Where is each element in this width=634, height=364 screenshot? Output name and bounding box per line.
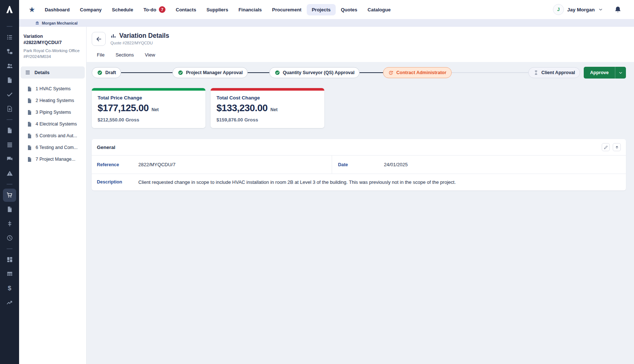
nav-quotes[interactable]: Quotes <box>336 4 362 15</box>
workflow-step-project-manager-approval[interactable]: Project Manager Approval <box>172 67 248 78</box>
date-label: Date <box>332 162 384 167</box>
summary-cards: Total Price Change $177,125.00 Net $212,… <box>92 88 626 128</box>
panel-item-section-2[interactable]: 2 Heating Systems <box>19 95 86 106</box>
nav-financials[interactable]: Financials <box>233 4 267 15</box>
panel-item-section-1[interactable]: 1 HVAC Systems <box>19 83 86 95</box>
section-label: 2 Heating Systems <box>36 98 74 103</box>
invoice-icon[interactable] <box>3 203 16 216</box>
rows-icon[interactable] <box>3 138 16 152</box>
step-label: Contract Administrator <box>396 70 446 75</box>
user-menu[interactable]: J Jay Morgan <box>553 4 603 15</box>
nav-catalogue[interactable]: Catalogue <box>362 4 396 15</box>
variation-subtitle: Park Royal Co-Working Office #P/2024/M03… <box>23 48 82 60</box>
warning-icon[interactable] <box>3 167 16 180</box>
breadcrumb[interactable]: Morgan Mechanical <box>19 19 634 27</box>
nav-todo-label: To-do <box>143 7 156 12</box>
user-name: Jay Morgan <box>567 7 595 12</box>
main-content: Variation Details Quote #2822/MYQCDU Fil… <box>87 27 634 364</box>
step-label: Quantity Surveyor (QS) Approval <box>283 70 354 75</box>
step-label: Client Approval <box>541 70 575 75</box>
total-cost-change-card: Total Cost Change $133,230.00 Net $159,8… <box>211 88 324 128</box>
collapse-button[interactable] <box>613 143 621 151</box>
workflow-step-client-approval[interactable]: Client Approval <box>528 67 580 78</box>
panel-item-section-7[interactable]: 7 Project Manage... <box>19 153 86 165</box>
icon-sidebar: $ <box>0 19 19 364</box>
todo-badge: 7 <box>159 6 165 13</box>
chat-icon[interactable] <box>3 153 16 166</box>
menu-sections[interactable]: Sections <box>116 52 134 58</box>
app-logo[interactable] <box>0 0 19 19</box>
workflow-step-draft[interactable]: Draft <box>92 67 121 78</box>
net-suffix: Net <box>152 107 158 112</box>
dollar-icon[interactable]: $ <box>3 282 16 295</box>
menu-view[interactable]: View <box>145 52 155 58</box>
hierarchy-icon[interactable] <box>3 45 16 58</box>
workflow-step-contract-administrator[interactable]: Contract Administrator <box>383 67 451 78</box>
section-label: 6 Testing and Com... <box>36 145 77 150</box>
check-circle-icon <box>97 70 103 76</box>
nav-procurement[interactable]: Procurement <box>267 4 306 15</box>
list-icon[interactable] <box>3 31 16 44</box>
page-title: Variation Details <box>119 32 169 40</box>
arrow-up-icon <box>615 145 619 150</box>
menu-file[interactable]: File <box>97 52 105 58</box>
approve-dropdown-button[interactable] <box>615 67 626 79</box>
nav-company[interactable]: Company <box>75 4 107 15</box>
approve-button[interactable]: Approve <box>584 67 615 79</box>
panel-item-section-3[interactable]: 3 Piping Systems <box>19 106 86 118</box>
section-label: 4 Electrical Systems <box>36 121 77 127</box>
general-row: Description Client requested change in s… <box>92 174 626 190</box>
favorites-star-icon[interactable]: ★ <box>29 6 35 13</box>
panel-item-details[interactable]: Details <box>21 66 85 79</box>
page-icon <box>27 86 32 92</box>
page-icon <box>27 145 32 150</box>
section-label: 1 HVAC Systems <box>36 86 71 91</box>
section-label: 5 Controls and Aut... <box>36 133 77 138</box>
trend-chart-icon[interactable] <box>3 296 16 309</box>
nav-schedule[interactable]: Schedule <box>107 4 138 15</box>
dashboard-grid-icon[interactable] <box>3 253 16 266</box>
general-row: Reference 2822/MYQCDU/7 Date 24/01/2025 <box>92 155 626 174</box>
card-accent-bar <box>92 88 205 91</box>
arrow-left-icon <box>95 36 102 43</box>
total-price-change-card: Total Price Change $177,125.00 Net $212,… <box>92 88 205 128</box>
nav-projects[interactable]: Projects <box>307 4 336 15</box>
file-export-icon[interactable] <box>3 102 16 116</box>
users-icon[interactable] <box>3 59 16 73</box>
notifications-bell-icon[interactable] <box>614 6 622 13</box>
tasks-check-icon[interactable] <box>3 88 16 101</box>
sidebar-divider <box>7 184 12 185</box>
fittings-icon[interactable] <box>3 217 16 230</box>
net-amount: $177,125.00 <box>98 102 149 114</box>
table-icon[interactable] <box>3 267 16 281</box>
topbar: ★ Dashboard Company Schedule To-do7 Cont… <box>0 0 634 19</box>
menu-bar: File Sections View <box>92 46 634 62</box>
nav-todo[interactable]: To-do7 <box>138 3 171 16</box>
nav-suppliers[interactable]: Suppliers <box>201 4 233 15</box>
cart-icon[interactable] <box>3 189 16 202</box>
workflow-step-qs-approval[interactable]: Quantity Surveyor (QS) Approval <box>269 67 360 78</box>
workflow-connector <box>360 72 383 73</box>
date-value: 24/01/2025 <box>384 162 415 167</box>
section-label: 3 Piping Systems <box>36 110 71 115</box>
gross-amount: $212,550.00 Gross <box>92 114 205 123</box>
panel-item-section-4[interactable]: 4 Electrical Systems <box>19 118 86 130</box>
panel-item-section-6[interactable]: 6 Testing and Com... <box>19 142 86 153</box>
page-subtitle: Quote #2822/MYQCDU <box>110 41 169 45</box>
document-icon[interactable] <box>3 74 16 87</box>
document-icon[interactable] <box>3 124 16 137</box>
nav-dashboard[interactable]: Dashboard <box>40 4 75 15</box>
avatar: J <box>553 4 564 15</box>
clock-icon[interactable] <box>3 232 16 245</box>
panel-item-section-5[interactable]: 5 Controls and Aut... <box>19 130 86 142</box>
back-button[interactable] <box>92 32 106 46</box>
check-circle-icon <box>274 70 280 76</box>
page-icon <box>27 133 32 139</box>
section-label: 7 Project Manage... <box>36 157 75 162</box>
nav-contacts[interactable]: Contacts <box>171 4 201 15</box>
workflow-connector <box>121 72 172 73</box>
page-icon <box>27 110 32 115</box>
chevron-down-icon <box>618 70 623 75</box>
edit-button[interactable] <box>602 143 610 151</box>
approval-workflow: Draft Project Manager Approval Quantity … <box>92 67 626 79</box>
